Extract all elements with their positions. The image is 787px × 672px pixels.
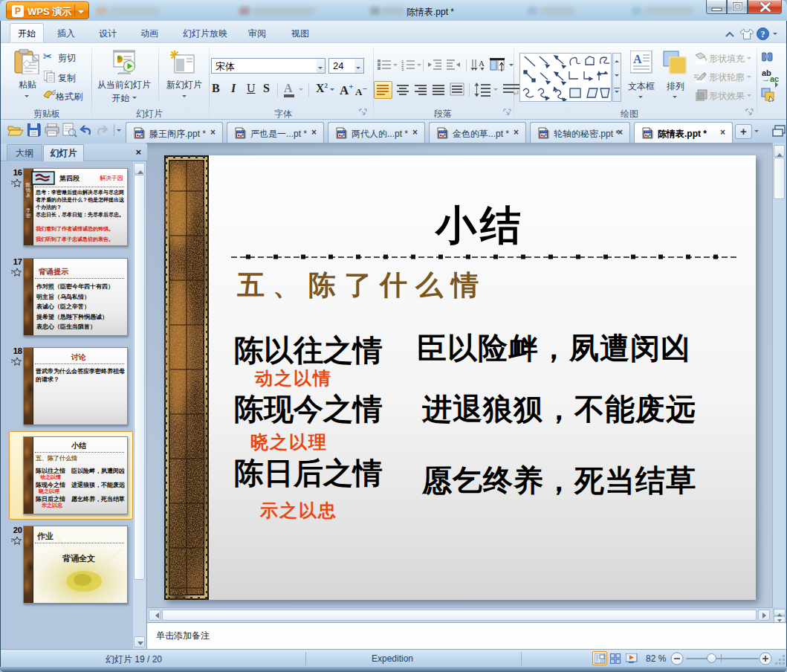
svg-text:?: ? [761, 29, 765, 39]
svg-text:A: A [479, 59, 485, 68]
svg-text:A: A [633, 53, 642, 65]
svg-text:3: 3 [401, 67, 404, 71]
